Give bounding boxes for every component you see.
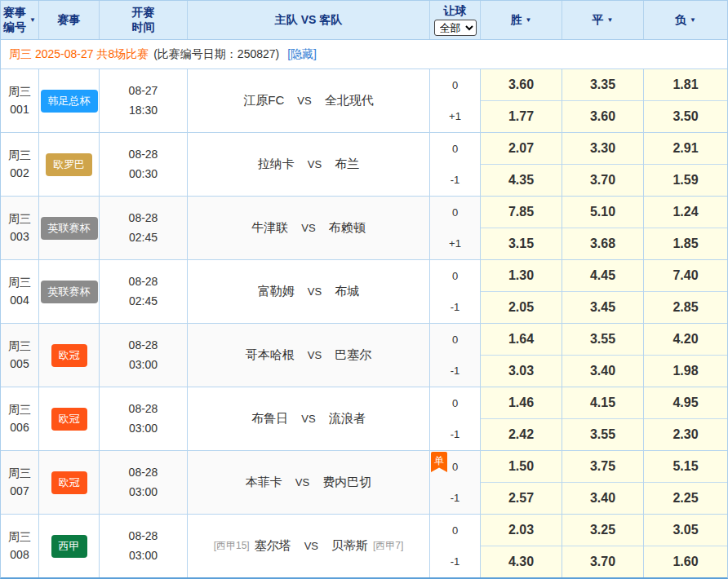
- odds-lose-line1[interactable]: 5.15: [644, 451, 727, 483]
- league-badge: 英联赛杯: [41, 281, 98, 303]
- odds-win-line2[interactable]: 4.30: [481, 546, 562, 577]
- draw-odds-cell: 3.75 3.40: [562, 451, 644, 514]
- teams-cell: 牛津联 VS 布赖顿: [188, 197, 430, 259]
- handicap-cell: 0 -1: [430, 515, 481, 577]
- away-team: 布城: [335, 284, 359, 299]
- lose-odds-cell: 7.40 2.85: [644, 260, 727, 323]
- hide-link[interactable]: [隐藏]: [287, 47, 317, 62]
- odds-lose-line1[interactable]: 4.95: [644, 387, 727, 419]
- odds-draw-line1[interactable]: 3.55: [562, 324, 643, 356]
- odds-draw-line1[interactable]: 3.25: [562, 515, 643, 546]
- odds-lose-line2[interactable]: 2.25: [644, 483, 727, 514]
- away-team: 布兰: [335, 157, 359, 172]
- match-row: 周三004 英联赛杯 08-2802:45 富勒姆 VS 布城 0 -1 1.3…: [1, 260, 727, 324]
- odds-win-line1[interactable]: 3.60: [481, 69, 562, 101]
- odds-win-line1[interactable]: 7.85: [481, 197, 562, 228]
- odds-win-line2[interactable]: 3.15: [481, 228, 562, 259]
- odds-win-line2[interactable]: 2.42: [481, 419, 562, 450]
- odds-draw-line2[interactable]: 3.40: [562, 483, 643, 514]
- odds-win-line1[interactable]: 1.50: [481, 451, 562, 483]
- time-cell: 08-2802:45: [100, 197, 188, 259]
- odds-win-line2[interactable]: 3.03: [481, 356, 562, 387]
- odds-draw-line1[interactable]: 3.35: [562, 69, 643, 101]
- odds-win-line1[interactable]: 1.30: [481, 260, 562, 292]
- match-number-cell: 周三001: [1, 69, 39, 132]
- odds-win-line1[interactable]: 1.46: [481, 387, 562, 419]
- odds-win-line1[interactable]: 1.64: [481, 324, 562, 356]
- draw-odds-cell: 5.10 3.68: [562, 197, 644, 259]
- odds-win-line1[interactable]: 2.07: [481, 133, 562, 165]
- teams-cell: 富勒姆 VS 布城: [188, 260, 430, 323]
- vs-label: VS: [301, 413, 315, 425]
- odds-lose-line2[interactable]: 1.85: [644, 228, 727, 259]
- league-badge: 欧罗巴: [46, 153, 92, 176]
- sort-arrow-icon: ▼: [526, 16, 532, 24]
- odds-draw-line2[interactable]: 3.60: [562, 101, 643, 132]
- odds-draw-line1[interactable]: 4.45: [562, 260, 643, 292]
- home-team: 拉纳卡: [258, 157, 295, 172]
- vs-label: VS: [308, 285, 322, 298]
- odds-lose-line1[interactable]: 2.91: [644, 133, 727, 165]
- vs-label: VS: [308, 158, 322, 170]
- odds-win-line2[interactable]: 4.35: [481, 165, 562, 196]
- draw-odds-cell: 3.30 3.70: [562, 133, 644, 196]
- win-odds-cell: 3.60 1.77: [481, 69, 562, 132]
- odds-draw-line1[interactable]: 3.75: [562, 451, 643, 483]
- match-number-cell: 周三008: [1, 515, 39, 577]
- odds-draw-line2[interactable]: 3.55: [562, 419, 643, 450]
- match-row: 周三008 西甲 08-2803:00 [西甲15] 塞尔塔 VS 贝蒂斯 [西…: [1, 515, 727, 577]
- odds-draw-line1[interactable]: 4.15: [562, 387, 643, 419]
- time-cell: 08-2803:00: [100, 515, 188, 577]
- odds-draw-line2[interactable]: 3.40: [562, 356, 643, 387]
- draw-odds-cell: 3.25 3.70: [562, 515, 644, 577]
- header-lose[interactable]: 负 ▼: [644, 1, 727, 39]
- match-number-cell: 周三007: [1, 451, 39, 514]
- lose-odds-cell: 3.05 1.60: [644, 515, 727, 577]
- handicap-cell: 0 -1: [430, 133, 481, 196]
- odds-lose-line1[interactable]: 1.81: [644, 69, 727, 101]
- teams-cell: 拉纳卡 VS 布兰: [188, 133, 430, 196]
- odds-table: 赛事 编号 ▼ 赛事 开赛 时间 主队 VS 客队 让球 全部 胜 ▼ 平 ▼: [0, 0, 728, 579]
- win-odds-cell: 7.85 3.15: [481, 197, 562, 259]
- odds-win-line2[interactable]: 2.57: [481, 483, 562, 514]
- odds-lose-line1[interactable]: 1.24: [644, 197, 727, 228]
- odds-draw-line1[interactable]: 5.10: [562, 197, 643, 228]
- odds-lose-line2[interactable]: 1.59: [644, 165, 727, 196]
- handicap-cell: 0 -1: [430, 387, 481, 450]
- odds-win-line2[interactable]: 2.05: [481, 292, 562, 323]
- odds-lose-line1[interactable]: 7.40: [644, 260, 727, 292]
- odds-lose-line2[interactable]: 1.98: [644, 356, 727, 387]
- odds-lose-line1[interactable]: 4.20: [644, 324, 727, 356]
- away-team: 全北现代: [325, 93, 374, 108]
- sort-arrow-icon: ▼: [690, 16, 696, 24]
- odds-draw-line2[interactable]: 3.70: [562, 546, 643, 577]
- league-cell: 英联赛杯: [39, 197, 100, 259]
- header-time-line1: 开赛: [132, 6, 155, 20]
- odds-lose-line1[interactable]: 3.05: [644, 515, 727, 546]
- header-win[interactable]: 胜 ▼: [481, 1, 562, 39]
- odds-win-line1[interactable]: 2.03: [481, 515, 562, 546]
- odds-lose-line2[interactable]: 2.30: [644, 419, 727, 450]
- table-header: 赛事 编号 ▼ 赛事 开赛 时间 主队 VS 客队 让球 全部 胜 ▼ 平 ▼: [1, 1, 727, 40]
- away-team: 巴塞尔: [335, 347, 371, 363]
- teams-cell: [西甲15] 塞尔塔 VS 贝蒂斯 [西甲7]: [188, 515, 430, 577]
- home-team: 哥本哈根: [246, 347, 295, 363]
- odds-draw-line2[interactable]: 3.70: [562, 165, 643, 196]
- odds-draw-line2[interactable]: 3.68: [562, 228, 643, 259]
- home-team: 牛津联: [251, 220, 288, 236]
- handicap-filter-select[interactable]: 全部: [434, 20, 477, 36]
- away-team: 费内巴切: [322, 475, 371, 490]
- teams-cell: 本菲卡 VS 费内巴切: [188, 451, 430, 514]
- header-draw[interactable]: 平 ▼: [562, 1, 644, 39]
- teams-cell: 江原FC VS 全北现代: [188, 69, 430, 132]
- match-number-cell: 周三002: [1, 133, 39, 196]
- odds-lose-line2[interactable]: 3.50: [644, 101, 727, 132]
- odds-win-line2[interactable]: 1.77: [481, 101, 562, 132]
- home-team: 布鲁日: [251, 411, 288, 427]
- odds-draw-line2[interactable]: 3.45: [562, 292, 643, 323]
- lose-odds-cell: 4.95 2.30: [644, 387, 727, 450]
- odds-lose-line2[interactable]: 2.85: [644, 292, 727, 323]
- odds-draw-line1[interactable]: 3.30: [562, 133, 643, 165]
- header-match-no[interactable]: 赛事 编号 ▼: [1, 1, 39, 39]
- odds-lose-line2[interactable]: 1.60: [644, 546, 727, 577]
